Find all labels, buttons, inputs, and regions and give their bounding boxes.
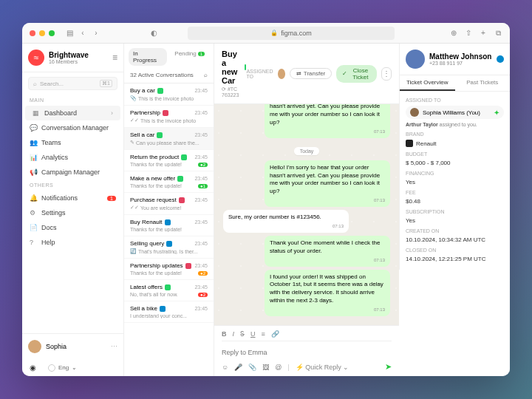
notification-badge: 1 — [107, 196, 116, 201]
channel-icon — [179, 197, 185, 203]
sidebar-item-teams[interactable]: 👥Teams — [22, 135, 123, 150]
reply-input[interactable] — [222, 346, 392, 359]
message-thread: YesterdayHi, I need help with my recent … — [214, 104, 399, 325]
message-time: 07:13 — [270, 197, 385, 203]
italic-icon[interactable]: I — [233, 330, 235, 338]
sidebar-item-dashboard[interactable]: ▦Dashboard› — [25, 106, 120, 120]
image-icon[interactable]: 🖼 — [262, 364, 269, 371]
user-menu-icon[interactable]: ⋯ — [111, 343, 117, 350]
conversation-item[interactable]: Sell a car23:45✎Can you please share the… — [124, 128, 214, 150]
more-options-button[interactable]: ⋮ — [381, 67, 392, 81]
share-icon[interactable]: ⇧ — [464, 29, 473, 38]
sidebar-item-campaign-manager[interactable]: 📢Campaign Manager — [22, 165, 123, 180]
message-time: 07:13 — [270, 307, 385, 313]
conversation-item[interactable]: Return the product23:45Thanks for the up… — [124, 150, 214, 171]
sidebar-item-notifications[interactable]: 🔔Notifications1 — [22, 191, 123, 205]
conversation-item[interactable]: Buy a car23:45📎This is the invoice photo — [124, 83, 214, 106]
conversation-item[interactable]: Selling query23:45🔄That's frustrating. I… — [124, 236, 214, 259]
language-switcher[interactable]: ◉ Eng ⌄ — [22, 359, 123, 376]
conversation-item[interactable]: Latest offers23:45No, that's all for now… — [124, 280, 214, 301]
convo-title: Purchase request — [130, 197, 177, 203]
tab-in-progress[interactable]: In Progress — [129, 48, 167, 66]
emoji-icon[interactable]: ☺ — [222, 364, 228, 371]
new-tab-icon[interactable]: + — [479, 29, 488, 38]
conversation-item[interactable]: Buy Renault23:45Thanks for the update! — [124, 215, 214, 236]
convo-time: 23:45 — [194, 197, 208, 202]
convo-time: 23:45 — [194, 241, 208, 246]
strike-icon[interactable]: S̶ — [240, 330, 245, 338]
add-assignee-icon[interactable]: ✦ — [494, 109, 499, 117]
maximize-window[interactable] — [49, 30, 55, 36]
at-icon[interactable]: @ — [275, 364, 282, 371]
chat-header: Buy a new Car ⟳ #TC 763223 ASSIGNED TO ⇄… — [214, 44, 399, 104]
sidebar-item-settings[interactable]: ⚙Settings — [22, 205, 123, 220]
channel-icon — [185, 263, 191, 269]
conversation-item[interactable]: Make a new offer23:45Thanks for the upda… — [124, 171, 214, 193]
menu-icon[interactable]: ≡ — [112, 52, 117, 63]
convo-preview: This is the invoice photo — [138, 96, 194, 101]
search-input[interactable]: ⌕ Search... ⌘1 — [28, 77, 117, 90]
contact-avatar — [406, 50, 425, 69]
bold-icon[interactable]: B — [222, 330, 227, 338]
assignee-badge[interactable]: Sophia Williams (You) ✦ — [406, 106, 504, 119]
convo-time: 23:45 — [194, 284, 208, 290]
message-out: I found your order! It was shipped on Oc… — [265, 270, 390, 316]
close-ticket-button[interactable]: ✓Close Ticket — [336, 65, 377, 83]
user-footer[interactable]: Sophia ⋯ — [22, 333, 123, 359]
send-button[interactable]: ➤ — [385, 362, 392, 372]
conversation-item[interactable]: Partnership updates23:45Thanks for the u… — [124, 259, 214, 280]
url-bar[interactable]: 🔒 figma.com — [188, 27, 395, 40]
list-icon[interactable]: ≡ — [262, 330, 265, 338]
channel-icon — [160, 306, 166, 312]
shield-icon[interactable]: ◐ — [149, 29, 158, 38]
conversation-item[interactable]: Sell a bike23:45I understand your conc..… — [124, 301, 214, 323]
budget-value: $ 5,000 - $ 7,000 — [406, 160, 504, 166]
quick-reply-button[interactable]: ⚡ Quick Reply ⌄ — [296, 364, 349, 371]
closed-value: 14.10.2024, 12:21:25 PM UTC — [406, 256, 504, 262]
link-icon[interactable]: 🔗 — [271, 330, 279, 338]
active-count: 32 Active Conversations — [130, 72, 194, 78]
nav-label: Settings — [41, 209, 66, 216]
unread-badge: ●2 — [198, 271, 208, 276]
underline-icon[interactable]: U — [250, 330, 256, 338]
assignee-name: Sophia Williams (You) — [423, 109, 480, 116]
org-header[interactable]: ≈ Brightwave 16 Members ≡ — [22, 44, 123, 72]
message-text: Hello! I'm sorry to hear that your order… — [270, 104, 385, 127]
fee-value: $0.48 — [406, 198, 504, 205]
sidebar-item-analytics[interactable]: 📊Analytics — [22, 150, 123, 165]
attach-icon[interactable]: 📎 — [248, 364, 256, 371]
conversation-item[interactable]: Partnership23:45✓✓This is the invoice ph… — [124, 106, 214, 128]
convo-title: Make a new offer — [130, 175, 175, 182]
mic-icon[interactable]: 🎤 — [234, 364, 242, 371]
tab-ticket-overview[interactable]: Ticket Overview — [400, 75, 455, 91]
convo-time: 23:45 — [194, 176, 208, 181]
format-toolbar: B I S̶ U ≡ 🔗 — [222, 330, 392, 341]
message-out: Thank you! One moment while I check the … — [265, 236, 390, 267]
sidebar-item-docs[interactable]: 📄Docs — [22, 220, 123, 235]
sidebar-item-help[interactable]: ?Help — [22, 235, 123, 250]
url-text: figma.com — [281, 30, 312, 37]
sidebar-toggle-icon[interactable]: ▤ — [65, 29, 74, 38]
fee-label: FEE — [406, 190, 504, 195]
tab-pending[interactable]: Pending1 — [170, 48, 209, 66]
tabs-icon[interactable]: ⧉ — [494, 29, 502, 38]
assignee-avatar[interactable] — [278, 69, 285, 79]
close-window[interactable] — [30, 30, 35, 36]
nav-icon: 📢 — [30, 168, 37, 176]
sidebar-item-conversation-manager[interactable]: 💬Conversation Manager — [22, 120, 123, 135]
download-icon[interactable]: ⊕ — [449, 29, 458, 38]
back-icon[interactable]: ‹ — [78, 29, 87, 38]
tab-past-tickets[interactable]: Past Tickets — [455, 75, 511, 91]
search-icon[interactable]: ⌕ — [204, 72, 208, 78]
forward-icon[interactable]: › — [92, 29, 100, 38]
transfer-button[interactable]: ⇄Transfer — [290, 68, 332, 79]
nav-icon: 📄 — [30, 224, 37, 231]
sync-icon: ⟳ — [222, 86, 226, 92]
minimize-window[interactable] — [39, 30, 45, 36]
convo-title: Buy a car — [130, 87, 155, 94]
convo-preview: Can you please share the... — [136, 140, 200, 146]
renault-logo-icon — [406, 140, 413, 147]
conversation-item[interactable]: Purchase request23:45✓✓You are welcome! — [124, 193, 214, 215]
convo-title: Buy Renault — [130, 219, 163, 225]
convo-title: Partnership updates — [130, 262, 183, 269]
